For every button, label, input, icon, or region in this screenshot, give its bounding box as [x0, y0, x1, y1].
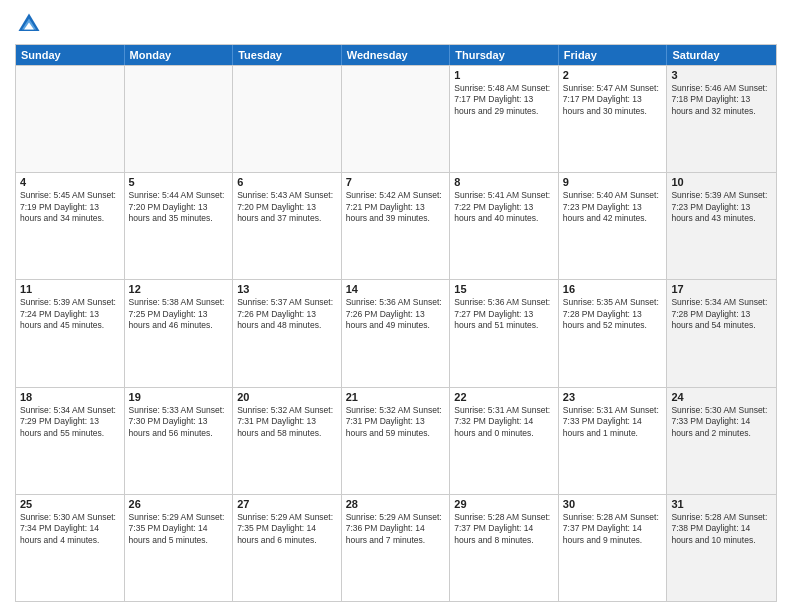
day-number: 1 — [454, 69, 554, 81]
calendar-cell: 29Sunrise: 5:28 AM Sunset: 7:37 PM Dayli… — [450, 495, 559, 601]
day-number: 18 — [20, 391, 120, 403]
cell-text: Sunrise: 5:28 AM Sunset: 7:37 PM Dayligh… — [563, 512, 663, 546]
day-number: 26 — [129, 498, 229, 510]
calendar: SundayMondayTuesdayWednesdayThursdayFrid… — [15, 44, 777, 602]
day-number: 11 — [20, 283, 120, 295]
day-number: 29 — [454, 498, 554, 510]
cell-text: Sunrise: 5:44 AM Sunset: 7:20 PM Dayligh… — [129, 190, 229, 224]
calendar-cell: 10Sunrise: 5:39 AM Sunset: 7:23 PM Dayli… — [667, 173, 776, 279]
calendar-cell: 14Sunrise: 5:36 AM Sunset: 7:26 PM Dayli… — [342, 280, 451, 386]
calendar-row: 25Sunrise: 5:30 AM Sunset: 7:34 PM Dayli… — [16, 494, 776, 601]
day-number: 28 — [346, 498, 446, 510]
cell-text: Sunrise: 5:39 AM Sunset: 7:24 PM Dayligh… — [20, 297, 120, 331]
cell-text: Sunrise: 5:31 AM Sunset: 7:32 PM Dayligh… — [454, 405, 554, 439]
calendar-cell: 27Sunrise: 5:29 AM Sunset: 7:35 PM Dayli… — [233, 495, 342, 601]
calendar-cell: 22Sunrise: 5:31 AM Sunset: 7:32 PM Dayli… — [450, 388, 559, 494]
calendar-cell — [125, 66, 234, 172]
day-number: 19 — [129, 391, 229, 403]
calendar-cell: 20Sunrise: 5:32 AM Sunset: 7:31 PM Dayli… — [233, 388, 342, 494]
calendar-cell: 1Sunrise: 5:48 AM Sunset: 7:17 PM Daylig… — [450, 66, 559, 172]
cell-text: Sunrise: 5:29 AM Sunset: 7:35 PM Dayligh… — [237, 512, 337, 546]
day-number: 25 — [20, 498, 120, 510]
cell-text: Sunrise: 5:36 AM Sunset: 7:27 PM Dayligh… — [454, 297, 554, 331]
cell-text: Sunrise: 5:36 AM Sunset: 7:26 PM Dayligh… — [346, 297, 446, 331]
cell-text: Sunrise: 5:45 AM Sunset: 7:19 PM Dayligh… — [20, 190, 120, 224]
calendar-cell: 7Sunrise: 5:42 AM Sunset: 7:21 PM Daylig… — [342, 173, 451, 279]
calendar-cell: 28Sunrise: 5:29 AM Sunset: 7:36 PM Dayli… — [342, 495, 451, 601]
calendar-cell: 11Sunrise: 5:39 AM Sunset: 7:24 PM Dayli… — [16, 280, 125, 386]
cell-text: Sunrise: 5:46 AM Sunset: 7:18 PM Dayligh… — [671, 83, 772, 117]
day-number: 13 — [237, 283, 337, 295]
cell-text: Sunrise: 5:34 AM Sunset: 7:29 PM Dayligh… — [20, 405, 120, 439]
day-number: 22 — [454, 391, 554, 403]
calendar-row: 1Sunrise: 5:48 AM Sunset: 7:17 PM Daylig… — [16, 65, 776, 172]
day-number: 30 — [563, 498, 663, 510]
calendar-cell: 26Sunrise: 5:29 AM Sunset: 7:35 PM Dayli… — [125, 495, 234, 601]
day-number: 6 — [237, 176, 337, 188]
cell-text: Sunrise: 5:30 AM Sunset: 7:33 PM Dayligh… — [671, 405, 772, 439]
calendar-cell: 12Sunrise: 5:38 AM Sunset: 7:25 PM Dayli… — [125, 280, 234, 386]
page: SundayMondayTuesdayWednesdayThursdayFrid… — [0, 0, 792, 612]
calendar-cell — [233, 66, 342, 172]
calendar-day-header: Thursday — [450, 45, 559, 65]
day-number: 27 — [237, 498, 337, 510]
cell-text: Sunrise: 5:39 AM Sunset: 7:23 PM Dayligh… — [671, 190, 772, 224]
calendar-cell: 4Sunrise: 5:45 AM Sunset: 7:19 PM Daylig… — [16, 173, 125, 279]
calendar-day-header: Sunday — [16, 45, 125, 65]
cell-text: Sunrise: 5:35 AM Sunset: 7:28 PM Dayligh… — [563, 297, 663, 331]
calendar-day-header: Friday — [559, 45, 668, 65]
calendar-day-header: Monday — [125, 45, 234, 65]
cell-text: Sunrise: 5:32 AM Sunset: 7:31 PM Dayligh… — [346, 405, 446, 439]
day-number: 8 — [454, 176, 554, 188]
cell-text: Sunrise: 5:32 AM Sunset: 7:31 PM Dayligh… — [237, 405, 337, 439]
calendar-cell: 31Sunrise: 5:28 AM Sunset: 7:38 PM Dayli… — [667, 495, 776, 601]
calendar-cell: 15Sunrise: 5:36 AM Sunset: 7:27 PM Dayli… — [450, 280, 559, 386]
cell-text: Sunrise: 5:40 AM Sunset: 7:23 PM Dayligh… — [563, 190, 663, 224]
calendar-header: SundayMondayTuesdayWednesdayThursdayFrid… — [16, 45, 776, 65]
cell-text: Sunrise: 5:38 AM Sunset: 7:25 PM Dayligh… — [129, 297, 229, 331]
day-number: 12 — [129, 283, 229, 295]
day-number: 20 — [237, 391, 337, 403]
day-number: 15 — [454, 283, 554, 295]
day-number: 31 — [671, 498, 772, 510]
cell-text: Sunrise: 5:47 AM Sunset: 7:17 PM Dayligh… — [563, 83, 663, 117]
calendar-cell — [16, 66, 125, 172]
day-number: 5 — [129, 176, 229, 188]
cell-text: Sunrise: 5:37 AM Sunset: 7:26 PM Dayligh… — [237, 297, 337, 331]
day-number: 16 — [563, 283, 663, 295]
day-number: 7 — [346, 176, 446, 188]
calendar-cell: 2Sunrise: 5:47 AM Sunset: 7:17 PM Daylig… — [559, 66, 668, 172]
calendar-cell: 13Sunrise: 5:37 AM Sunset: 7:26 PM Dayli… — [233, 280, 342, 386]
calendar-cell: 17Sunrise: 5:34 AM Sunset: 7:28 PM Dayli… — [667, 280, 776, 386]
calendar-day-header: Saturday — [667, 45, 776, 65]
cell-text: Sunrise: 5:28 AM Sunset: 7:38 PM Dayligh… — [671, 512, 772, 546]
cell-text: Sunrise: 5:34 AM Sunset: 7:28 PM Dayligh… — [671, 297, 772, 331]
day-number: 23 — [563, 391, 663, 403]
cell-text: Sunrise: 5:29 AM Sunset: 7:36 PM Dayligh… — [346, 512, 446, 546]
calendar-cell: 9Sunrise: 5:40 AM Sunset: 7:23 PM Daylig… — [559, 173, 668, 279]
cell-text: Sunrise: 5:29 AM Sunset: 7:35 PM Dayligh… — [129, 512, 229, 546]
cell-text: Sunrise: 5:30 AM Sunset: 7:34 PM Dayligh… — [20, 512, 120, 546]
calendar-day-header: Wednesday — [342, 45, 451, 65]
calendar-cell: 18Sunrise: 5:34 AM Sunset: 7:29 PM Dayli… — [16, 388, 125, 494]
header — [15, 10, 777, 38]
calendar-cell: 5Sunrise: 5:44 AM Sunset: 7:20 PM Daylig… — [125, 173, 234, 279]
logo-icon — [15, 10, 43, 38]
calendar-cell — [342, 66, 451, 172]
calendar-cell: 24Sunrise: 5:30 AM Sunset: 7:33 PM Dayli… — [667, 388, 776, 494]
calendar-cell: 16Sunrise: 5:35 AM Sunset: 7:28 PM Dayli… — [559, 280, 668, 386]
day-number: 3 — [671, 69, 772, 81]
day-number: 24 — [671, 391, 772, 403]
calendar-cell: 23Sunrise: 5:31 AM Sunset: 7:33 PM Dayli… — [559, 388, 668, 494]
calendar-body: 1Sunrise: 5:48 AM Sunset: 7:17 PM Daylig… — [16, 65, 776, 601]
cell-text: Sunrise: 5:28 AM Sunset: 7:37 PM Dayligh… — [454, 512, 554, 546]
cell-text: Sunrise: 5:41 AM Sunset: 7:22 PM Dayligh… — [454, 190, 554, 224]
calendar-row: 11Sunrise: 5:39 AM Sunset: 7:24 PM Dayli… — [16, 279, 776, 386]
day-number: 4 — [20, 176, 120, 188]
day-number: 21 — [346, 391, 446, 403]
cell-text: Sunrise: 5:43 AM Sunset: 7:20 PM Dayligh… — [237, 190, 337, 224]
logo — [15, 10, 47, 38]
cell-text: Sunrise: 5:31 AM Sunset: 7:33 PM Dayligh… — [563, 405, 663, 439]
day-number: 14 — [346, 283, 446, 295]
calendar-row: 4Sunrise: 5:45 AM Sunset: 7:19 PM Daylig… — [16, 172, 776, 279]
